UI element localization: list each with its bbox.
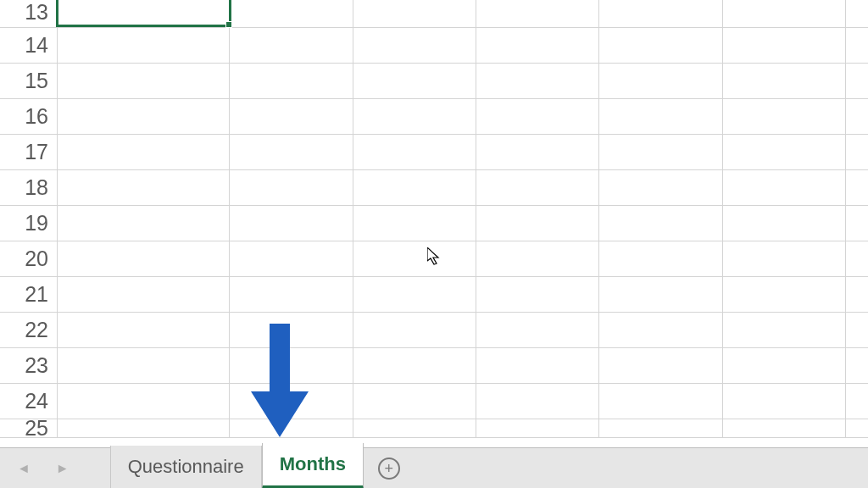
cell[interactable]: [230, 64, 353, 98]
sheet-tab-questionnaire[interactable]: Questionnaire: [110, 446, 262, 488]
spreadsheet-grid[interactable]: 13 14 15 16 17: [0, 0, 868, 447]
add-sheet-button[interactable]: +: [364, 448, 415, 488]
cell[interactable]: [846, 0, 868, 27]
cell[interactable]: [599, 135, 722, 169]
cell[interactable]: [230, 277, 353, 312]
cell[interactable]: [476, 277, 599, 312]
cell[interactable]: [599, 99, 722, 134]
row-header[interactable]: 15: [0, 64, 58, 98]
cell[interactable]: [353, 170, 476, 205]
cell[interactable]: [846, 99, 868, 134]
cell[interactable]: [476, 241, 599, 276]
cell[interactable]: [58, 206, 230, 241]
prev-sheet-icon[interactable]: ◄: [17, 461, 31, 476]
row-header[interactable]: 18: [0, 170, 58, 205]
cell[interactable]: [476, 170, 599, 205]
cell[interactable]: [353, 384, 476, 419]
cell[interactable]: [58, 170, 230, 205]
cell[interactable]: [58, 64, 230, 98]
cell[interactable]: [723, 313, 846, 347]
cell[interactable]: [230, 28, 353, 63]
cell[interactable]: [599, 348, 722, 383]
cell[interactable]: [846, 64, 868, 98]
cell[interactable]: [476, 135, 599, 169]
row-header[interactable]: 25: [0, 419, 58, 437]
cell[interactable]: [230, 241, 353, 276]
row-header[interactable]: 24: [0, 384, 58, 419]
cell[interactable]: [58, 313, 230, 347]
cell[interactable]: [58, 419, 230, 437]
cell[interactable]: [353, 28, 476, 63]
cell[interactable]: [846, 170, 868, 205]
cell[interactable]: [846, 277, 868, 312]
cell[interactable]: [353, 313, 476, 347]
cell[interactable]: [723, 28, 846, 63]
cell[interactable]: [599, 277, 722, 312]
cell[interactable]: [476, 64, 599, 98]
cell[interactable]: [723, 384, 846, 419]
cell[interactable]: [353, 206, 476, 241]
cell[interactable]: [476, 348, 599, 383]
cell[interactable]: [230, 99, 353, 134]
cell[interactable]: [58, 0, 230, 27]
cell[interactable]: [599, 419, 722, 437]
row-header[interactable]: 19: [0, 206, 58, 241]
cell[interactable]: [599, 0, 722, 27]
cell[interactable]: [230, 135, 353, 169]
cell[interactable]: [476, 28, 599, 63]
sheet-tab-months[interactable]: Months: [262, 443, 364, 488]
cell[interactable]: [476, 384, 599, 419]
cell[interactable]: [846, 206, 868, 241]
cell[interactable]: [58, 28, 230, 63]
cell[interactable]: [353, 348, 476, 383]
cell[interactable]: [846, 28, 868, 63]
cell[interactable]: [230, 419, 353, 437]
row-header[interactable]: 20: [0, 241, 58, 276]
cell[interactable]: [58, 99, 230, 134]
cell[interactable]: [723, 348, 846, 383]
cell[interactable]: [723, 419, 846, 437]
cell[interactable]: [58, 277, 230, 312]
cell[interactable]: [846, 384, 868, 419]
row-header[interactable]: 22: [0, 313, 58, 347]
cell[interactable]: [476, 419, 599, 437]
row-header[interactable]: 23: [0, 348, 58, 383]
cell[interactable]: [476, 0, 599, 27]
cell[interactable]: [723, 241, 846, 276]
cell[interactable]: [723, 170, 846, 205]
cell[interactable]: [353, 241, 476, 276]
cell[interactable]: [476, 313, 599, 347]
cell[interactable]: [723, 99, 846, 134]
cell[interactable]: [58, 241, 230, 276]
cell[interactable]: [846, 241, 868, 276]
cell[interactable]: [476, 206, 599, 241]
cell[interactable]: [599, 170, 722, 205]
cell[interactable]: [353, 419, 476, 437]
next-sheet-icon[interactable]: ►: [56, 461, 70, 476]
row-header[interactable]: 17: [0, 135, 58, 169]
cell[interactable]: [353, 64, 476, 98]
cell[interactable]: [58, 348, 230, 383]
cell[interactable]: [846, 135, 868, 169]
cell[interactable]: [58, 135, 230, 169]
row-header[interactable]: 14: [0, 28, 58, 63]
cell[interactable]: [599, 241, 722, 276]
cell[interactable]: [353, 277, 476, 312]
row-header[interactable]: 16: [0, 99, 58, 134]
row-header[interactable]: 13: [0, 0, 58, 27]
cell[interactable]: [353, 135, 476, 169]
cell[interactable]: [599, 64, 722, 98]
cell[interactable]: [723, 206, 846, 241]
cell[interactable]: [230, 206, 353, 241]
cell[interactable]: [723, 64, 846, 98]
cell[interactable]: [599, 28, 722, 63]
cell[interactable]: [846, 419, 868, 437]
cell[interactable]: [846, 313, 868, 347]
cell[interactable]: [353, 0, 476, 27]
cell[interactable]: [599, 313, 722, 347]
cell[interactable]: [723, 0, 846, 27]
cell[interactable]: [846, 348, 868, 383]
cell[interactable]: [230, 170, 353, 205]
row-header[interactable]: 21: [0, 277, 58, 312]
cell[interactable]: [230, 348, 353, 383]
